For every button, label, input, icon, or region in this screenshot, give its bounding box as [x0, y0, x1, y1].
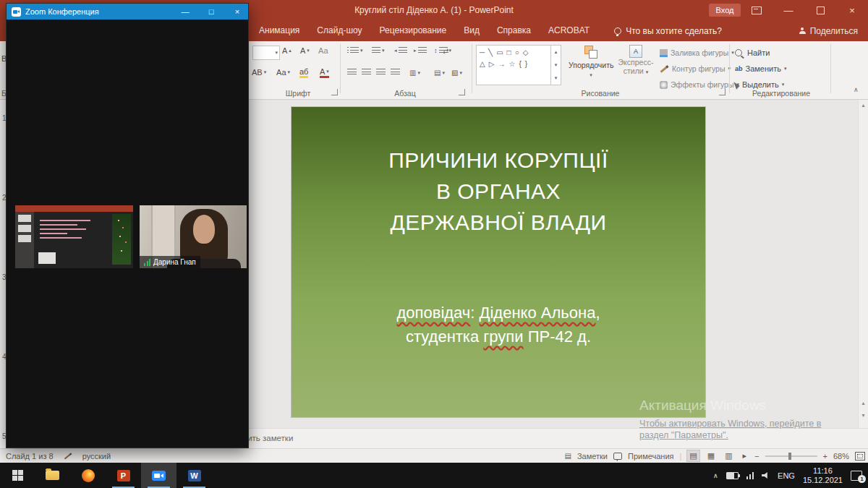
zoom-close-button[interactable]: × [226, 4, 248, 20]
slide-title-line: ПРИЧИНИ КОРУПЦІЇ [292, 145, 705, 176]
find-button[interactable]: Найти [735, 46, 770, 59]
minimize-button[interactable]: — [773, 0, 804, 20]
character-spacing-button[interactable]: АВ▾ [252, 68, 266, 77]
action-center-icon[interactable]: 1 [851, 471, 862, 481]
columns-button[interactable]: ▥▾ [409, 69, 420, 77]
taskbar-powerpoint[interactable]: P [106, 463, 141, 488]
zoom-maximize-button[interactable]: □ [200, 4, 222, 20]
shapes-gallery[interactable]: ─╲▭□○◇ △▷→☆{} ▴▾▾ [476, 45, 561, 85]
zoom-slider-thumb[interactable] [788, 453, 791, 460]
taskbar-file-explorer[interactable] [35, 463, 70, 488]
sign-in-button[interactable]: Вход [709, 4, 741, 17]
increase-indent-button[interactable]: ▸ [414, 47, 427, 54]
tab-view[interactable]: Вид [455, 20, 488, 41]
text-highlight-button[interactable]: аб [299, 67, 308, 78]
close-button[interactable]: × [836, 0, 868, 20]
shape-fill-icon [660, 49, 668, 57]
slideshow-button[interactable]: ▸ [741, 450, 749, 461]
shape-fill-button[interactable]: Заливка фигуры▾ [660, 46, 734, 59]
zoom-screen-share-thumbnail[interactable] [15, 205, 133, 268]
align-center-button[interactable] [362, 69, 371, 76]
clear-formatting-button[interactable]: Аа [318, 46, 328, 55]
quick-styles-button[interactable]: А Экспресс- стили ▾ [615, 45, 657, 75]
tab-acrobat[interactable]: ACROBAT [540, 20, 598, 41]
normal-view-button[interactable]: ▤ [687, 450, 699, 461]
participant-name: Дарина Гнап [153, 258, 196, 266]
smartart-button[interactable]: ▧▾ [451, 69, 462, 77]
clock[interactable]: 11:16 15.12.2021 [803, 466, 843, 485]
shrink-font-button[interactable]: А▾ [300, 46, 310, 55]
comments-toggle[interactable]: Примечания [628, 452, 674, 461]
text-direction-button[interactable]: ⇄ [443, 47, 448, 55]
taskbar-zoom[interactable] [141, 463, 176, 488]
zoom-level[interactable]: 68% [833, 452, 849, 461]
replace-button[interactable]: ab Заменить▾ [735, 62, 786, 75]
share-button[interactable]: Поделиться [799, 20, 858, 41]
slide-subtitle[interactable]: доповідач: Діденко Альона, студентка гру… [292, 301, 705, 348]
reading-view-button[interactable]: ▥ [723, 450, 734, 461]
zoom-slider[interactable] [765, 455, 817, 457]
slide-counter: Слайд 1 из 8 [6, 452, 54, 461]
zoom-out-button[interactable]: − [754, 452, 759, 461]
windows-logo-icon [12, 470, 23, 481]
font-dialog-launcher[interactable] [331, 89, 338, 95]
ink-icon[interactable] [64, 453, 71, 459]
zoom-in-button[interactable]: + [823, 452, 827, 461]
taskbar-word[interactable]: W [176, 463, 212, 488]
share-label: Поделиться [810, 26, 858, 36]
zoom-window-title: Zoom Конференция [25, 7, 170, 16]
tab-animation[interactable]: Анимация [250, 20, 308, 41]
shape-outline-button[interactable]: Контур фигуры▾ [660, 62, 731, 75]
zoom-window[interactable]: Zoom Конференция — □ × [6, 3, 249, 448]
zoom-titlebar[interactable]: Zoom Конференция — □ × [7, 4, 248, 20]
mini-text-lines [40, 220, 90, 241]
slide[interactable]: ПРИЧИНИ КОРУПЦІЇ В ОРГАНАХ ДЕРЖАВНОЇ ВЛА… [292, 107, 705, 417]
tab-help[interactable]: Справка [488, 20, 540, 41]
zoom-minimize-button[interactable]: — [174, 4, 196, 20]
taskbar-firefox[interactable] [70, 463, 106, 488]
slide-subtitle-line: студентка групи ПР-42 д. [292, 325, 705, 348]
volume-icon[interactable] [762, 472, 770, 479]
status-left: Слайд 1 из 8 русский [6, 449, 111, 463]
battery-icon[interactable] [726, 472, 739, 479]
ribbon-display-options-button[interactable] [741, 0, 773, 20]
change-case-button[interactable]: Аа▾ [276, 68, 290, 77]
justify-button[interactable] [391, 69, 400, 76]
zoom-participant-video[interactable]: Дарина Гнап [140, 205, 247, 268]
numbering-button[interactable]: ▾ [372, 47, 385, 54]
network-icon[interactable] [746, 472, 754, 479]
language-switcher[interactable]: ENG [778, 471, 795, 480]
align-left-button[interactable] [347, 69, 357, 76]
shape-outline-icon [660, 65, 669, 73]
align-text-button[interactable]: ▤▾ [434, 69, 445, 77]
tab-review[interactable]: Рецензирование [371, 20, 456, 41]
quick-styles-icon: А [629, 45, 642, 58]
font-color-button[interactable]: А▾ [320, 67, 329, 78]
slide-sorter-view-button[interactable]: ▦ [705, 450, 717, 461]
start-button[interactable] [0, 463, 35, 488]
decrease-indent-button[interactable]: ◂ [394, 47, 407, 54]
hidden-icons-chevron[interactable]: ∧ [713, 472, 718, 479]
tab-slideshow[interactable]: Слайд-шоу [308, 20, 370, 41]
align-right-button[interactable] [376, 69, 386, 76]
tell-me-box[interactable]: Что вы хотите сделать? [614, 26, 722, 36]
fit-to-window-icon[interactable] [855, 452, 865, 461]
paragraph-dialog-launcher[interactable] [459, 89, 465, 95]
restore-button[interactable] [804, 0, 836, 20]
notes-toggle[interactable]: Заметки [577, 452, 608, 461]
window-title: Круглий стіл Діденко А. (1) - PowerPoint [181, 0, 687, 20]
slide-title[interactable]: ПРИЧИНИ КОРУПЦІЇ В ОРГАНАХ ДЕРЖАВНОЇ ВЛА… [292, 145, 705, 238]
shape-effects-button[interactable]: Эффекты фигуры▾ [660, 78, 739, 91]
grow-font-button[interactable]: А▴ [282, 46, 292, 55]
word-icon: W [188, 470, 201, 481]
language-indicator[interactable]: русский [82, 452, 111, 461]
collapse-ribbon-button[interactable]: ∧ [854, 86, 859, 93]
drawing-dialog-launcher[interactable] [719, 89, 726, 95]
powerpoint-icon: P [117, 470, 130, 481]
font-size-input[interactable]: ▾ [252, 46, 280, 60]
shapes-gallery-scroll[interactable]: ▴▾▾ [550, 46, 561, 85]
scroll-up-icon[interactable]: ▴ [859, 102, 868, 108]
bullets-button[interactable]: ▾ [347, 47, 363, 54]
arrange-button[interactable]: Упорядочить▾ [569, 45, 613, 78]
vertical-scrollbar[interactable]: ▴ ▴ ▾ [858, 100, 868, 428]
